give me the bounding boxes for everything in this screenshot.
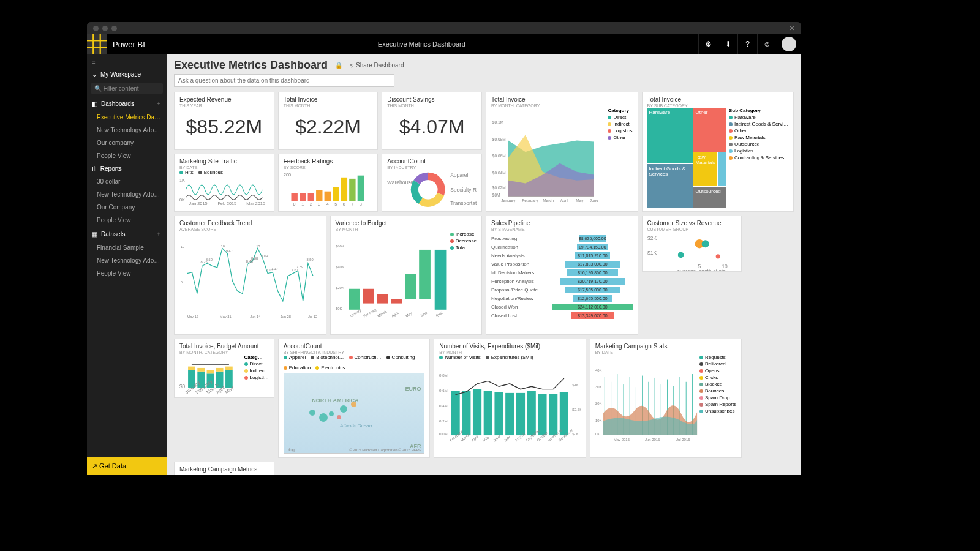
tile-sub: CUSTOMER GROUP (647, 227, 737, 231)
add-dashboard-icon[interactable]: ＋ (156, 99, 162, 108)
funnel-bar: $9,734,150.00 (577, 244, 608, 250)
share-button[interactable]: ⎋Share Dashboard (350, 62, 404, 69)
legend: Sub Category Hardware Indirect Goods & S… (729, 108, 788, 208)
svg-text:0: 0 (293, 201, 295, 207)
feedback-icon[interactable]: ☺ (757, 34, 777, 54)
add-dataset-icon[interactable]: ＋ (156, 230, 162, 238)
tile-sub: BY SCORE (284, 165, 373, 170)
tile-total-invoice-category[interactable]: Total Invoice BY MONTH, CATEGORY $0.1M$0… (486, 92, 638, 212)
app-icon[interactable] (87, 34, 107, 54)
svg-text:April: April (470, 434, 479, 442)
svg-text:$0K: $0K (336, 307, 342, 310)
tile-campaign-metrics[interactable]: Marketing Campaign Metrics 9521Blocked 7… (174, 462, 274, 475)
dashboards-header[interactable]: ◧ Dashboards＋ (87, 96, 167, 111)
settings-icon[interactable]: ⚙ (698, 34, 718, 54)
sidebar-item-new-tech[interactable]: New Technology Adoption (87, 124, 167, 137)
legend-item: Direct (250, 361, 263, 367)
sidebar-item-report[interactable]: Our Company (87, 201, 167, 214)
tile-feedback-trend[interactable]: Customer Feedback Trend AVERAGE SCORE 10… (174, 216, 326, 335)
help-icon[interactable]: ? (737, 34, 757, 54)
svg-text:3: 3 (318, 201, 320, 207)
tile-customer-size-revenue[interactable]: Customer Size vs Revenue CUSTOMER GROUP … (642, 216, 742, 272)
window-control-dot[interactable] (93, 26, 99, 31)
download-icon[interactable]: ⬇ (718, 34, 737, 54)
tile-account-count-map[interactable]: AccountCount BY SHIPPINGCITY, INDUSTRY A… (278, 339, 431, 458)
funnel-stage-label: Closed Won (491, 304, 552, 310)
legend-item: Constructi… (355, 354, 382, 360)
legend: Categ… Direct Indirect Logisti… (244, 354, 269, 396)
svg-rect-35 (357, 176, 363, 201)
close-icon[interactable]: ✕ (789, 24, 795, 32)
tile-invoice-budget[interactable]: Total Invoice, Budget Amount BY MONTH, C… (174, 339, 274, 398)
legend-item: Unsubscribes (705, 408, 734, 414)
tile-total-invoice-subcategory[interactable]: Total Invoice BY SUB CATEGORY Hardware I… (642, 92, 794, 212)
sidebar-item-report[interactable]: 30 dollar (87, 175, 167, 188)
svg-text:20K: 20K (595, 402, 602, 405)
legend-item: Hits (185, 170, 194, 175)
svg-rect-76 (377, 294, 388, 303)
legend-item: Delivered (705, 361, 726, 367)
svg-text:5: 5 (181, 280, 183, 284)
sidebar-item-report[interactable]: New Technology Adopti… (87, 188, 167, 201)
tile-account-count-donut[interactable]: AccountCount BY INDUSTRY Warehouse … App… (382, 154, 482, 212)
legend-item: Indirect (250, 368, 266, 373)
map-attribution: bing (287, 448, 295, 452)
window-control-dot[interactable] (111, 26, 117, 31)
svg-text:February: February (363, 307, 377, 318)
svg-rect-0 (87, 34, 92, 40)
svg-text:Jul 12: Jul 12 (308, 315, 317, 318)
tile-expected-revenue[interactable]: Expected Revenue THIS YEAR $85.22M (174, 92, 274, 150)
kpi-value: $2.22M (295, 116, 361, 138)
tile-visits-expenditures[interactable]: Number of Visits, Expenditures ($Mil) BY… (434, 339, 586, 458)
sidebar-item-people-view[interactable]: People View (87, 149, 167, 162)
tile-feedback-ratings[interactable]: Feedback Ratings BY SCORE 200 012345678 (278, 154, 379, 212)
tile-variance-budget[interactable]: Varience to Budget BY MONTH $60K$40K$20K… (330, 216, 483, 335)
svg-rect-30 (316, 190, 322, 201)
tile-title: Total Invoice, Budget Amount (179, 343, 269, 350)
svg-text:$2K: $2K (647, 235, 657, 241)
svg-text:Feb 2015: Feb 2015 (217, 201, 236, 206)
window-control-dot[interactable] (102, 26, 108, 31)
svg-text:8.88: 8.88 (251, 257, 258, 260)
tile-title: Varience to Budget (336, 220, 477, 227)
user-avatar[interactable] (782, 37, 796, 51)
donut-chart: Warehouse … Apparel Specialty Ret… Trans… (387, 170, 477, 211)
svg-text:Jun 28: Jun 28 (281, 315, 291, 318)
tile-title: Marketing Site Traffic (179, 158, 269, 165)
tile-title: Total Invoice (491, 96, 633, 103)
sidebar-item-report[interactable]: People View (87, 214, 167, 227)
collapse-icon[interactable]: ≡ (87, 56, 167, 68)
svg-rect-130 (549, 394, 557, 435)
svg-rect-126 (505, 393, 514, 435)
svg-text:30K: 30K (595, 385, 602, 389)
tile-sales-pipeline[interactable]: Sales Pipeline BY STAGENAME Prospecting$… (486, 216, 638, 335)
svg-text:$0.02M: $0.02M (492, 186, 506, 190)
sidebar-item-our-company[interactable]: Our company (87, 137, 167, 149)
qa-input[interactable] (174, 74, 394, 87)
workspace-selector[interactable]: ⌄ My Workspace (87, 68, 167, 81)
tile-discount-savings[interactable]: Discount Savings THIS MONTH $4.07M (382, 92, 482, 150)
sidebar-item-executive-metrics[interactable]: Executive Metrics Dashb… (87, 111, 167, 124)
reports-header[interactable]: ılı Reports (87, 162, 167, 175)
tile-campaign-stats[interactable]: Marketing Campaign Stats BY DATE 40K30K2… (590, 339, 742, 458)
svg-text:0K: 0K (179, 197, 185, 203)
get-data-button[interactable]: ↗ Get Data (87, 457, 167, 475)
funnel-bar: $12,665,500.00 (573, 295, 612, 302)
tile-marketing-traffic[interactable]: Marketing Site Traffic BY DATE Hits Boun… (174, 154, 274, 212)
svg-rect-27 (291, 193, 297, 201)
sidebar-item-dataset[interactable]: Financial Sample (87, 241, 167, 254)
tile-sub: BY MONTH (336, 227, 477, 231)
funnel-bar: $20,719,170.00 (560, 278, 625, 285)
legend-item: Electronics (321, 365, 345, 370)
filter-input[interactable]: 🔍 Filter content (91, 83, 163, 94)
sidebar-item-dataset[interactable]: New Technology Adoption (87, 254, 167, 267)
sidebar-item-dataset[interactable]: People View (87, 267, 167, 280)
tile-total-invoice-month[interactable]: Total Invoice THIS MONTH $2.22M (278, 92, 379, 150)
datasets-header[interactable]: ▦ Datasets＋ (87, 227, 167, 241)
svg-point-92 (701, 240, 709, 247)
svg-text:5: 5 (334, 201, 337, 207)
funnel-bar: $8,635,600.00 (579, 235, 606, 242)
legend-item: Opens (705, 368, 720, 373)
window-title: Executive Metrics Dashboard (145, 40, 698, 48)
legend-item: Expenditures ($Mil) (491, 354, 533, 360)
